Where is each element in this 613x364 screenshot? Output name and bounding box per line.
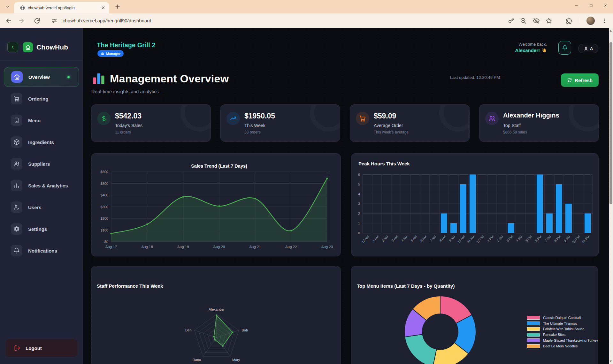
svg-text:$0: $0 [104, 240, 108, 244]
eye-off-icon[interactable] [533, 17, 540, 24]
browser-tabstrip: chowhub.vercel.app/login [0, 0, 613, 13]
svg-text:$600: $600 [101, 170, 108, 174]
bookmark-star-icon[interactable] [545, 17, 552, 24]
svg-text:Aug 22: Aug 22 [285, 245, 297, 249]
chevron-down-icon [5, 4, 10, 9]
scrollbar-up-arrow[interactable] [610, 30, 612, 32]
svg-text:5 AM: 5 AM [410, 235, 418, 242]
svg-text:3 PM: 3 PM [506, 235, 513, 242]
new-tab-button[interactable] [114, 3, 121, 11]
stat-sublabel: 33 orders [244, 130, 261, 134]
sidebar-item-sales-analytics[interactable]: Sales & Analytics [4, 176, 79, 195]
welcome-text: Welcome back, [518, 42, 547, 47]
sidebar-item-suppliers[interactable]: Suppliers [4, 154, 79, 174]
sidebar-item-users[interactable]: Users [4, 197, 79, 217]
extensions-icon[interactable] [566, 17, 573, 24]
stat-label: Top Staff [503, 123, 521, 128]
url-text[interactable]: chowhub.vercel.app/herigrill90/dashboard [63, 13, 151, 28]
sidebar-item-ordering[interactable]: Ordering [4, 89, 79, 109]
toolbar-divider [579, 18, 579, 24]
chart-icon [11, 180, 22, 191]
bell-icon [11, 245, 22, 256]
svg-text:$300: $300 [101, 205, 108, 209]
svg-text:Sales Trend (Last 7 Days): Sales Trend (Last 7 Days) [191, 163, 247, 169]
browser-toolbar: chowhub.vercel.app/herigrill90/dashboard [0, 13, 613, 28]
people-icon [485, 112, 499, 125]
user-avatar-button[interactable]: A [578, 44, 598, 53]
cube-icon [11, 136, 22, 148]
avatar-letter: A [590, 46, 593, 51]
legend-item[interactable]: Maple-Glazed Thanksgiving Turkey [527, 337, 598, 343]
cart-icon [11, 93, 22, 104]
zoom-out-icon[interactable] [520, 17, 527, 24]
stat-card-this-week: $1950.05This Week33 orders [220, 104, 340, 142]
password-key-icon[interactable] [508, 17, 515, 24]
svg-text:10 AM: 10 AM [457, 235, 466, 244]
browser-menu-icon[interactable] [602, 18, 608, 24]
sidebar-item-label: Menu [28, 118, 41, 123]
legend-swatch [527, 338, 540, 342]
legend-item[interactable]: Falafels With Tahini Sauce [527, 326, 598, 332]
sidebar-item-overview[interactable]: Overview [4, 67, 79, 87]
svg-text:3: 3 [358, 202, 360, 206]
tab-search-button[interactable] [3, 2, 12, 11]
bell-icon [562, 45, 568, 51]
page-scrollbar[interactable] [609, 28, 613, 364]
sidebar-collapse-button[interactable] [7, 42, 18, 52]
stat-label: Average Order [374, 123, 403, 128]
sidebar-item-label: Sales & Analytics [28, 183, 68, 188]
tab-title: chowhub.vercel.app/login [28, 5, 100, 10]
legend-item[interactable]: The Ultimate Tiramisu [527, 321, 598, 326]
sidebar-item-label: Ordering [28, 96, 48, 102]
legend-label: The Ultimate Tiramisu [543, 322, 577, 325]
svg-text:1 PM: 1 PM [487, 235, 494, 242]
reload-button[interactable] [34, 17, 41, 24]
back-button[interactable] [5, 17, 12, 24]
globe-icon [20, 5, 25, 11]
legend-item[interactable]: Pancake Bites [527, 332, 598, 337]
window-minimize-button[interactable] [569, 0, 584, 11]
sidebar-item-label: Ingredients [28, 140, 54, 145]
window-maximize-button[interactable] [584, 0, 598, 11]
stat-card-top-staff: Alexander HigginsTop Staff$866.59 sales [479, 104, 599, 142]
site-info-icon[interactable] [51, 18, 57, 24]
legend-label: Falafels With Tahini Sauce [543, 327, 584, 331]
svg-text:4 PM: 4 PM [515, 235, 523, 242]
svg-text:Aug 19: Aug 19 [177, 245, 189, 249]
notifications-bell-button[interactable] [558, 41, 571, 55]
svg-text:9 AM: 9 AM [448, 235, 456, 242]
svg-text:Alexander: Alexander [209, 307, 225, 311]
svg-text:Aug 23: Aug 23 [321, 245, 333, 249]
logout-label: Logout [26, 345, 42, 351]
sidebar-divider [0, 61, 83, 61]
svg-text:$100: $100 [101, 228, 108, 232]
svg-text:5: 5 [358, 182, 360, 186]
browser-profile-avatar[interactable] [586, 17, 595, 25]
sidebar-item-menu[interactable]: Menu [4, 110, 79, 130]
svg-text:Aug 21: Aug 21 [249, 245, 261, 249]
scrollbar-thumb[interactable] [609, 42, 612, 204]
browser-tab[interactable]: chowhub.vercel.app/login [14, 2, 109, 13]
tab-close-icon[interactable] [100, 5, 106, 11]
svg-text:2: 2 [358, 212, 360, 216]
forward-button[interactable] [18, 17, 25, 24]
dollar-icon [97, 112, 111, 125]
legend-item[interactable]: Beef Lo Mein Noodles [527, 343, 598, 349]
window-close-button[interactable] [598, 0, 613, 11]
stat-sublabel: This week's average [374, 130, 409, 134]
scrollbar-down-arrow[interactable] [610, 360, 612, 362]
stat-value: Alexander Higgins [503, 112, 559, 119]
svg-text:Peak Hours This Week: Peak Hours This Week [358, 161, 410, 166]
svg-text:11 PM: 11 PM [581, 235, 590, 244]
refresh-button[interactable]: Refresh [561, 73, 599, 87]
logout-button[interactable]: Logout [6, 339, 77, 357]
app-viewport: ChowHub OverviewOrderingMenuIngredientsS… [0, 28, 609, 364]
sidebar-item-label: Users [28, 205, 42, 210]
sidebar: ChowHub OverviewOrderingMenuIngredientsS… [0, 28, 83, 364]
sidebar-item-ingredients[interactable]: Ingredients [4, 132, 79, 152]
svg-text:1 AM: 1 AM [372, 235, 379, 242]
legend-item[interactable]: Classic Daiquiri Cocktail [527, 315, 598, 321]
logout-icon [14, 345, 20, 351]
sidebar-item-notifications[interactable]: Notifications [4, 241, 79, 261]
sidebar-item-settings[interactable]: Settings [4, 219, 79, 239]
